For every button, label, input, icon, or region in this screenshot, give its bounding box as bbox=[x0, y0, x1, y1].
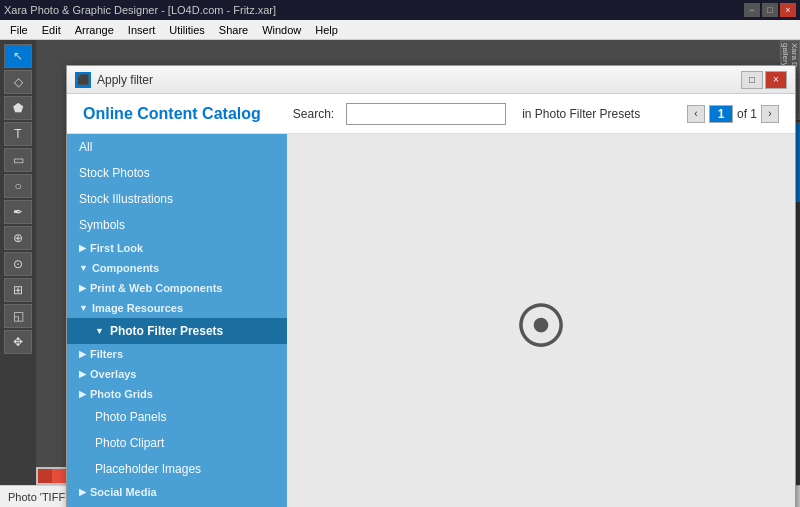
shadow-tool-button[interactable]: ◱ bbox=[4, 304, 32, 328]
left-toolbar: ↖ ◇ ⬟ T ▭ ○ ✒ ⊕ ⊙ ⊞ ◱ ✥ bbox=[0, 40, 36, 485]
next-page-button[interactable]: › bbox=[761, 105, 779, 123]
title-bar-controls: − □ × bbox=[744, 3, 796, 17]
sidebar-item-social-media[interactable]: Social Media bbox=[67, 482, 287, 502]
ellipse-tool-button[interactable]: ○ bbox=[4, 174, 32, 198]
social-media-chevron-icon bbox=[79, 487, 86, 497]
image-resources-chevron-icon bbox=[79, 303, 88, 313]
pen-tool-button[interactable]: ✒ bbox=[4, 200, 32, 224]
sidebar-item-overlays[interactable]: Overlays bbox=[67, 364, 287, 384]
sidebar-item-photo-filter-presets[interactable]: Photo Filter Presets bbox=[67, 318, 287, 344]
menu-bar: File Edit Arrange Insert Utilities Share… bbox=[0, 20, 800, 40]
menu-share[interactable]: Share bbox=[213, 22, 254, 38]
dialog-controls: □ × bbox=[741, 71, 787, 89]
color-swatch[interactable] bbox=[38, 469, 52, 483]
photo-filter-presets-chevron-icon bbox=[95, 326, 104, 336]
sidebar-item-first-look[interactable]: First Look bbox=[67, 238, 287, 258]
search-context: in Photo Filter Presets bbox=[522, 107, 640, 121]
close-app-button[interactable]: × bbox=[780, 3, 796, 17]
overlays-chevron-icon bbox=[79, 369, 86, 379]
sidebar-item-components[interactable]: Components bbox=[67, 258, 287, 278]
current-page: 1 bbox=[709, 105, 733, 123]
rect-tool-button[interactable]: ▭ bbox=[4, 148, 32, 172]
menu-utilities[interactable]: Utilities bbox=[163, 22, 210, 38]
components-chevron-icon bbox=[79, 263, 88, 273]
menu-help[interactable]: Help bbox=[309, 22, 344, 38]
sidebar-item-stock-illustrations[interactable]: Stock Illustrations bbox=[67, 186, 287, 212]
blend-tool-button[interactable]: ⊕ bbox=[4, 226, 32, 250]
dialog-icon: ⬛ bbox=[75, 72, 91, 88]
sidebar-item-image-resources[interactable]: Image Resources bbox=[67, 298, 287, 318]
search-label: Search: bbox=[293, 107, 334, 121]
select-tool-button[interactable]: ↖ bbox=[4, 44, 32, 68]
dialog-title-bar: ⬛ Apply filter □ × bbox=[67, 66, 795, 94]
menu-insert[interactable]: Insert bbox=[122, 22, 162, 38]
menu-file[interactable]: File bbox=[4, 22, 34, 38]
fill-tool-button[interactable]: ⬟ bbox=[4, 96, 32, 120]
spinner-icon: ⦿ bbox=[508, 291, 574, 362]
catalog-title: Online Content Catalog bbox=[83, 105, 261, 123]
sidebar-item-photo-panels[interactable]: Photo Panels bbox=[67, 404, 287, 430]
crop-tool-button[interactable]: ⊞ bbox=[4, 278, 32, 302]
filters-chevron-icon bbox=[79, 349, 86, 359]
text-tool-button[interactable]: T bbox=[4, 122, 32, 146]
sidebar-item-placeholder-images[interactable]: Placeholder Images bbox=[67, 456, 287, 482]
title-bar: Xara Photo & Graphic Designer - [LO4D.co… bbox=[0, 0, 800, 20]
sidebar-item-photo-grids[interactable]: Photo Grids bbox=[67, 384, 287, 404]
menu-edit[interactable]: Edit bbox=[36, 22, 67, 38]
search-input[interactable] bbox=[346, 103, 506, 125]
overlays-label: Overlays bbox=[90, 368, 136, 380]
dialog-title: Apply filter bbox=[97, 73, 741, 87]
loading-spinner: ⦿ bbox=[515, 297, 567, 357]
app-title: Xara Photo & Graphic Designer - [LO4D.co… bbox=[4, 4, 744, 16]
content-area: ⦿ bbox=[287, 134, 795, 507]
color-swatch[interactable] bbox=[52, 469, 66, 483]
minimize-button[interactable]: − bbox=[744, 3, 760, 17]
social-media-label: Social Media bbox=[90, 486, 157, 498]
sidebar-item-photo-clipart[interactable]: Photo Clipart bbox=[67, 430, 287, 456]
sidebar-item-all[interactable]: All bbox=[67, 134, 287, 160]
catalog-sidebar: All Stock Photos Stock Illustrations Sym… bbox=[67, 134, 287, 507]
first-look-chevron-icon bbox=[79, 243, 86, 253]
dialog-body: All Stock Photos Stock Illustrations Sym… bbox=[67, 134, 795, 507]
main-area: ⬛ Apply filter □ × Online Content Catalo… bbox=[36, 40, 780, 485]
sidebar-item-print-web-components[interactable]: Print & Web Components bbox=[67, 278, 287, 298]
prev-page-button[interactable]: ‹ bbox=[687, 105, 705, 123]
pagination: ‹ 1 of 1 › bbox=[687, 105, 779, 123]
dialog-close-button[interactable]: × bbox=[765, 71, 787, 89]
image-resources-label: Image Resources bbox=[92, 302, 183, 314]
sidebar-item-symbols[interactable]: Symbols bbox=[67, 212, 287, 238]
sidebar-item-filters[interactable]: Filters bbox=[67, 344, 287, 364]
apply-filter-dialog: ⬛ Apply filter □ × Online Content Catalo… bbox=[66, 65, 796, 507]
photo-grids-chevron-icon bbox=[79, 389, 86, 399]
maximize-button[interactable]: □ bbox=[762, 3, 778, 17]
node-tool-button[interactable]: ◇ bbox=[4, 70, 32, 94]
app-window: Xara Photo & Graphic Designer - [LO4D.co… bbox=[0, 0, 800, 507]
print-web-label: Print & Web Components bbox=[90, 282, 222, 294]
page-total: of 1 bbox=[737, 107, 757, 121]
dialog-maximize-button[interactable]: □ bbox=[741, 71, 763, 89]
menu-arrange[interactable]: Arrange bbox=[69, 22, 120, 38]
zoom-tool-button[interactable]: ⊙ bbox=[4, 252, 32, 276]
components-label: Components bbox=[92, 262, 159, 274]
sidebar-item-stock-photos[interactable]: Stock Photos bbox=[67, 160, 287, 186]
dialog-header: Online Content Catalog Search: in Photo … bbox=[67, 94, 795, 134]
print-web-chevron-icon bbox=[79, 283, 86, 293]
push-tool-button[interactable]: ✥ bbox=[4, 330, 32, 354]
filters-label: Filters bbox=[90, 348, 123, 360]
sidebar-item-print[interactable]: Print bbox=[67, 502, 287, 507]
first-look-label: First Look bbox=[90, 242, 143, 254]
photo-grids-label: Photo Grids bbox=[90, 388, 153, 400]
menu-window[interactable]: Window bbox=[256, 22, 307, 38]
